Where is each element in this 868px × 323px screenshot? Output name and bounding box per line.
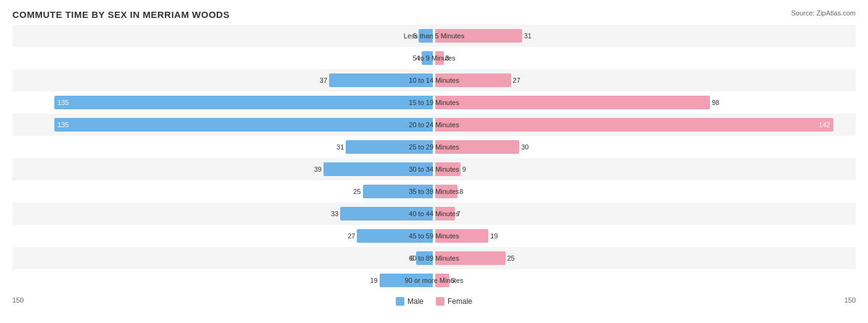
bars-wrapper: 37 10 to 14 Minutes 27 [12,69,856,91]
right-section: 9 [434,158,856,180]
chart-row: 31 25 to 29 Minutes 30 [12,136,856,158]
female-value: 30 [521,143,528,151]
female-legend-box [436,297,444,306]
male-value: 39 [314,166,322,173]
male-value: 6 [411,254,414,262]
rows-container: 5 Less than 5 Minutes 31 4 5 to 9 Minute… [12,25,856,292]
female-value: 27 [513,77,520,84]
left-section: 19 [12,269,434,292]
male-value: 4 [416,54,420,62]
bar-female: 3 [435,51,444,65]
bar-male: 31 [346,140,433,154]
female-value: 98 [712,99,719,106]
left-section: 5 [12,25,434,47]
bar-female: 7 [435,207,455,220]
bar-female: 8 [435,185,457,198]
chart-row: 6 60 to 89 Minutes 25 [12,247,856,269]
bar-female: 9 [435,162,461,176]
left-section: 4 [12,47,434,69]
bar-female: 5 [435,274,449,287]
male-value: 27 [348,232,355,240]
male-value: 37 [320,77,327,84]
chart-row: 37 10 to 14 Minutes 27 [12,69,856,91]
bars-wrapper: 135 20 to 24 Minutes 142 [12,114,856,136]
male-value: 31 [336,143,344,151]
female-value: 142 [819,121,830,128]
bar-female: 142 [435,118,833,132]
chart-row: 39 30 to 34 Minutes 9 [12,158,856,180]
bars-wrapper: 135 15 to 19 Minutes 98 [12,91,856,114]
male-value: 135 [57,121,69,128]
bar-female: 25 [435,251,506,265]
female-value: 7 [457,210,461,217]
bars-wrapper: 4 5 to 9 Minutes 3 [12,47,856,69]
left-section: 135 [12,91,434,114]
left-section: 27 [12,225,434,247]
male-legend-label: Male [407,297,424,306]
bars-wrapper: 6 60 to 89 Minutes 25 [12,247,856,269]
bar-female: 98 [435,96,710,109]
bars-wrapper: 39 30 to 34 Minutes 9 [12,158,856,180]
female-value: 3 [446,54,449,62]
right-section: 8 [434,180,856,203]
bar-male: 33 [340,207,433,220]
legend-female: Female [436,297,472,306]
left-section: 6 [12,247,434,269]
female-value: 19 [490,232,498,240]
axis-right: 150 [845,296,856,304]
bar-female: 30 [435,140,519,154]
female-value: 5 [451,277,455,284]
male-value: 135 [57,99,69,106]
bar-female: 27 [435,73,511,87]
bar-male: 135 [54,118,433,132]
male-value: 33 [331,210,338,217]
bar-male: 37 [329,73,433,87]
bar-male: 27 [357,229,433,243]
left-section: 31 [12,136,434,158]
chart-row: 135 15 to 19 Minutes 98 [12,91,856,114]
right-section: 3 [434,47,856,69]
male-legend-box [396,297,404,306]
bar-male: 25 [363,185,433,198]
chart-row: 135 20 to 24 Minutes 142 [12,114,856,136]
chart-container: COMMUTE TIME BY SEX IN MERRIAM WOODS Sou… [0,0,868,323]
bars-wrapper: 25 35 to 39 Minutes 8 [12,180,856,203]
bar-male: 135 [54,96,433,109]
chart-row: 5 Less than 5 Minutes 31 [12,25,856,47]
legend-male: Male [396,297,424,306]
left-section: 39 [12,158,434,180]
chart-row: 33 40 to 44 Minutes 7 [12,203,856,225]
right-section: 5 [434,269,856,292]
bar-male: 5 [419,29,433,43]
bar-male: 39 [323,162,433,176]
right-section: 19 [434,225,856,247]
axis-left: 150 [12,296,23,304]
female-value: 31 [524,32,532,40]
bar-male: 4 [422,51,433,65]
female-legend-label: Female [448,297,472,306]
bars-wrapper: 27 45 to 59 Minutes 19 [12,225,856,247]
right-section: 30 [434,136,856,158]
chart-row: 27 45 to 59 Minutes 19 [12,225,856,247]
right-section: 27 [434,69,856,91]
bar-female: 19 [435,229,488,243]
chart-title: COMMUTE TIME BY SEX IN MERRIAM WOODS [12,9,856,20]
bars-wrapper: 5 Less than 5 Minutes 31 [12,25,856,47]
chart-row: 4 5 to 9 Minutes 3 [12,47,856,69]
right-section: 31 [434,25,856,47]
right-section: 7 [434,203,856,225]
chart-row: 25 35 to 39 Minutes 8 [12,180,856,203]
bars-wrapper: 19 90 or more Minutes 5 [12,269,856,292]
right-section: 98 [434,91,856,114]
male-value: 19 [370,277,378,284]
chart-row: 19 90 or more Minutes 5 [12,269,856,292]
bars-wrapper: 31 25 to 29 Minutes 30 [12,136,856,158]
male-value: 5 [413,32,417,40]
source-label: Source: ZipAtlas.com [791,9,856,17]
bar-male: 19 [380,274,433,287]
female-value: 8 [459,188,463,195]
female-value: 9 [462,166,466,173]
left-section: 37 [12,69,434,91]
female-value: 25 [507,254,515,262]
left-section: 25 [12,180,434,203]
